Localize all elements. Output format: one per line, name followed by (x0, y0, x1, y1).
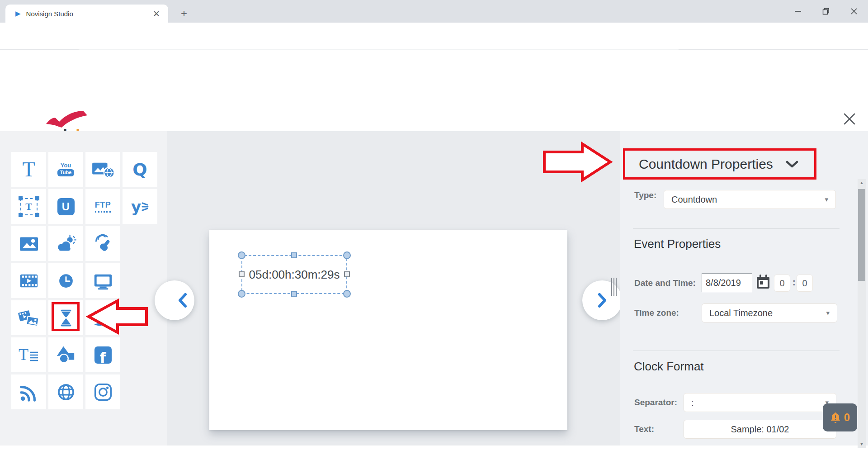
type-value: Countdown (671, 194, 717, 205)
chevron-left-icon (178, 293, 188, 308)
date-input[interactable] (702, 273, 752, 292)
panel-title: Countdown Properties (639, 156, 773, 172)
canvas-workspace: ↺ ↻ 05d:00h:30m:29s (167, 131, 620, 446)
widget-rss[interactable] (11, 374, 46, 409)
novisign-studio-window: ▶ Novisign Studio ✕ + (0, 0, 868, 455)
resize-handle-sw[interactable] (238, 290, 245, 298)
widget-text[interactable]: T (11, 152, 46, 187)
slideshow-icon (18, 308, 40, 328)
chevron-down-icon: ▾ (826, 309, 830, 317)
ftp-icon: FTP (95, 200, 111, 213)
panel-resize-grip[interactable] (611, 278, 617, 296)
widget-textbox[interactable]: T (11, 189, 46, 224)
window-restore-button[interactable] (812, 0, 840, 23)
widget-shapes[interactable] (48, 337, 83, 372)
creative-artboard[interactable]: 05d:00h:30m:29s (209, 230, 567, 430)
browser-tab[interactable]: ▶ Novisign Studio ✕ (5, 5, 168, 23)
editor-close-icon[interactable] (843, 112, 856, 126)
type-label: Type: (634, 190, 656, 200)
countdown-widget-text: 05d:00h:30m:29s (249, 268, 340, 282)
tab-close-icon[interactable]: ✕ (150, 9, 163, 19)
widget-instagram[interactable] (85, 374, 120, 409)
text-label: Text: (634, 424, 654, 434)
widget-sidebar: T YouTube Q T U FTP y (0, 131, 167, 446)
touch-icon (93, 234, 113, 254)
window-minimize-button[interactable] (784, 0, 812, 23)
weather-icon (55, 234, 77, 253)
facebook-icon: f (94, 346, 112, 364)
time-colon: : (793, 277, 796, 288)
notification-count: 0 (844, 411, 850, 424)
widget-countdown[interactable] (48, 300, 83, 335)
widget-u[interactable]: U (48, 189, 83, 224)
widget-q[interactable]: Q (123, 152, 157, 187)
resize-handle-se[interactable] (343, 290, 351, 298)
app-header: novisign Creative Untitled Creative* (0, 50, 868, 131)
hours-input[interactable] (774, 275, 790, 292)
widget-video[interactable] (11, 263, 46, 298)
section-divider (633, 228, 840, 229)
minutes-input[interactable] (797, 275, 813, 292)
section-divider (633, 351, 840, 351)
text-icon: T (22, 157, 35, 181)
collapse-left-panel-button[interactable] (155, 280, 194, 320)
widget-ftp[interactable]: FTP (85, 189, 120, 224)
timezone-select[interactable]: Local Timezone ▾ (702, 303, 837, 322)
widget-yammer[interactable]: y (123, 189, 157, 224)
chevron-right-icon (597, 293, 607, 308)
scroll-down-icon[interactable]: ▼ (858, 441, 866, 448)
textbox-icon: T (20, 198, 38, 215)
chevron-down-icon (786, 161, 798, 168)
widget-weather[interactable] (48, 226, 83, 261)
calendar-icon[interactable] (756, 274, 770, 291)
twitter-icon (92, 308, 114, 327)
scrollbar-thumb[interactable] (858, 189, 865, 281)
resize-handle-n[interactable] (291, 252, 297, 258)
panel-scrollbar[interactable]: ▲ ▼ (858, 179, 866, 448)
resize-handle-e[interactable] (344, 271, 350, 277)
chevron-down-icon: ▾ (825, 195, 828, 204)
novisign-logo-swoosh (45, 110, 90, 128)
separator-value: : (691, 398, 694, 408)
notifications-badge[interactable]: 0 (823, 403, 857, 431)
image-icon (18, 235, 40, 253)
widget-slideshow[interactable] (11, 300, 46, 335)
resize-handle-nw[interactable] (238, 251, 245, 259)
widget-twitter[interactable] (85, 300, 120, 335)
separator-select[interactable]: : ▾ (684, 393, 836, 412)
widget-web[interactable] (48, 374, 83, 409)
timezone-label: Time zone: (634, 308, 679, 318)
browser-navbar: https://app.novisign.com/studio/#/creati… (0, 23, 868, 50)
widget-media-web[interactable] (85, 152, 120, 187)
widget-touch[interactable] (85, 226, 120, 261)
widget-screen[interactable] (85, 263, 120, 298)
text-sample-field[interactable]: Sample: 01/02 (684, 420, 836, 439)
resize-handle-s[interactable] (291, 291, 297, 297)
web-globe-icon (56, 382, 76, 402)
widget-ticker[interactable]: T (11, 337, 46, 372)
yammer-icon: y (131, 198, 149, 216)
new-tab-button[interactable]: + (177, 7, 191, 20)
scroll-up-icon[interactable]: ▲ (858, 179, 866, 186)
browser-tabstrip: ▶ Novisign Studio ✕ + (0, 0, 868, 23)
screen-icon (92, 271, 114, 291)
widget-facebook[interactable]: f (85, 337, 120, 372)
rss-icon (19, 383, 39, 402)
video-icon (18, 271, 40, 291)
window-close-button[interactable] (840, 0, 868, 23)
widget-youtube[interactable]: YouTube (48, 152, 83, 187)
resize-handle-ne[interactable] (343, 251, 351, 259)
hourglass-countdown-icon (57, 308, 75, 328)
type-select[interactable]: Countdown ▾ (664, 190, 836, 209)
widget-clock[interactable] (48, 263, 83, 298)
media-web-icon (92, 160, 114, 179)
window-controls (784, 0, 868, 23)
widget-image[interactable] (11, 226, 46, 261)
resize-handle-w[interactable] (239, 271, 245, 277)
countdown-widget-selection[interactable]: 05d:00h:30m:29s (241, 255, 347, 294)
q-icon: Q (132, 160, 147, 180)
countdown-properties-header[interactable]: Countdown Properties (623, 148, 816, 180)
ticker-icon: T (19, 348, 39, 361)
clock-icon (57, 271, 75, 290)
instagram-icon (93, 382, 113, 402)
